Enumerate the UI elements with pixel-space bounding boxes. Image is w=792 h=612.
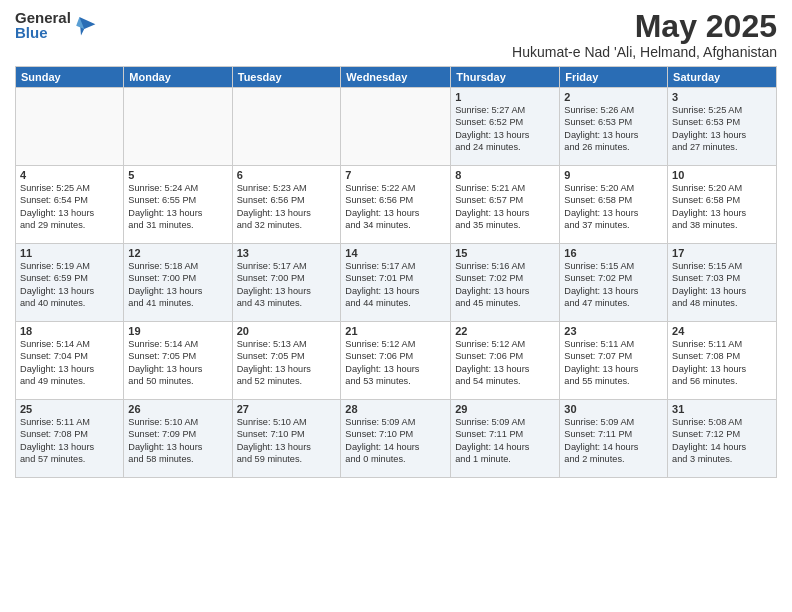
logo-text: General Blue bbox=[15, 10, 97, 40]
table-row: 31Sunrise: 5:08 AM Sunset: 7:12 PM Dayli… bbox=[668, 400, 777, 478]
day-number: 17 bbox=[672, 247, 772, 259]
day-info: Sunrise: 5:08 AM Sunset: 7:12 PM Dayligh… bbox=[672, 416, 772, 466]
table-row: 7Sunrise: 5:22 AM Sunset: 6:56 PM Daylig… bbox=[341, 166, 451, 244]
calendar-header-row: Sunday Monday Tuesday Wednesday Thursday… bbox=[16, 67, 777, 88]
day-info: Sunrise: 5:09 AM Sunset: 7:10 PM Dayligh… bbox=[345, 416, 446, 466]
day-info: Sunrise: 5:15 AM Sunset: 7:02 PM Dayligh… bbox=[564, 260, 663, 310]
table-row: 10Sunrise: 5:20 AM Sunset: 6:58 PM Dayli… bbox=[668, 166, 777, 244]
day-info: Sunrise: 5:26 AM Sunset: 6:53 PM Dayligh… bbox=[564, 104, 663, 154]
table-row: 8Sunrise: 5:21 AM Sunset: 6:57 PM Daylig… bbox=[451, 166, 560, 244]
day-number: 2 bbox=[564, 91, 663, 103]
logo-icon bbox=[73, 13, 97, 37]
table-row bbox=[16, 88, 124, 166]
table-row: 13Sunrise: 5:17 AM Sunset: 7:00 PM Dayli… bbox=[232, 244, 341, 322]
header-sunday: Sunday bbox=[16, 67, 124, 88]
day-number: 4 bbox=[20, 169, 119, 181]
week-row-3: 11Sunrise: 5:19 AM Sunset: 6:59 PM Dayli… bbox=[16, 244, 777, 322]
day-number: 19 bbox=[128, 325, 227, 337]
table-row: 12Sunrise: 5:18 AM Sunset: 7:00 PM Dayli… bbox=[124, 244, 232, 322]
day-number: 27 bbox=[237, 403, 337, 415]
header-monday: Monday bbox=[124, 67, 232, 88]
day-number: 21 bbox=[345, 325, 446, 337]
day-info: Sunrise: 5:12 AM Sunset: 7:06 PM Dayligh… bbox=[455, 338, 555, 388]
table-row: 24Sunrise: 5:11 AM Sunset: 7:08 PM Dayli… bbox=[668, 322, 777, 400]
table-row: 19Sunrise: 5:14 AM Sunset: 7:05 PM Dayli… bbox=[124, 322, 232, 400]
day-info: Sunrise: 5:13 AM Sunset: 7:05 PM Dayligh… bbox=[237, 338, 337, 388]
day-info: Sunrise: 5:17 AM Sunset: 7:00 PM Dayligh… bbox=[237, 260, 337, 310]
day-number: 22 bbox=[455, 325, 555, 337]
day-number: 16 bbox=[564, 247, 663, 259]
month-year-title: May 2025 bbox=[512, 10, 777, 42]
day-number: 15 bbox=[455, 247, 555, 259]
table-row: 5Sunrise: 5:24 AM Sunset: 6:55 PM Daylig… bbox=[124, 166, 232, 244]
day-number: 23 bbox=[564, 325, 663, 337]
logo-blue: Blue bbox=[15, 25, 71, 40]
table-row: 30Sunrise: 5:09 AM Sunset: 7:11 PM Dayli… bbox=[560, 400, 668, 478]
week-row-2: 4Sunrise: 5:25 AM Sunset: 6:54 PM Daylig… bbox=[16, 166, 777, 244]
table-row: 29Sunrise: 5:09 AM Sunset: 7:11 PM Dayli… bbox=[451, 400, 560, 478]
table-row: 25Sunrise: 5:11 AM Sunset: 7:08 PM Dayli… bbox=[16, 400, 124, 478]
title-block: May 2025 Hukumat-e Nad 'Ali, Helmand, Af… bbox=[512, 10, 777, 60]
table-row: 23Sunrise: 5:11 AM Sunset: 7:07 PM Dayli… bbox=[560, 322, 668, 400]
table-row: 3Sunrise: 5:25 AM Sunset: 6:53 PM Daylig… bbox=[668, 88, 777, 166]
header-wednesday: Wednesday bbox=[341, 67, 451, 88]
header: General Blue May 2025 Hukumat-e Nad 'Ali… bbox=[15, 10, 777, 60]
day-info: Sunrise: 5:11 AM Sunset: 7:07 PM Dayligh… bbox=[564, 338, 663, 388]
day-number: 24 bbox=[672, 325, 772, 337]
day-info: Sunrise: 5:27 AM Sunset: 6:52 PM Dayligh… bbox=[455, 104, 555, 154]
location-subtitle: Hukumat-e Nad 'Ali, Helmand, Afghanistan bbox=[512, 44, 777, 60]
table-row: 22Sunrise: 5:12 AM Sunset: 7:06 PM Dayli… bbox=[451, 322, 560, 400]
table-row: 27Sunrise: 5:10 AM Sunset: 7:10 PM Dayli… bbox=[232, 400, 341, 478]
day-info: Sunrise: 5:12 AM Sunset: 7:06 PM Dayligh… bbox=[345, 338, 446, 388]
day-number: 26 bbox=[128, 403, 227, 415]
day-number: 12 bbox=[128, 247, 227, 259]
day-info: Sunrise: 5:14 AM Sunset: 7:04 PM Dayligh… bbox=[20, 338, 119, 388]
day-number: 10 bbox=[672, 169, 772, 181]
day-info: Sunrise: 5:14 AM Sunset: 7:05 PM Dayligh… bbox=[128, 338, 227, 388]
table-row: 21Sunrise: 5:12 AM Sunset: 7:06 PM Dayli… bbox=[341, 322, 451, 400]
week-row-5: 25Sunrise: 5:11 AM Sunset: 7:08 PM Dayli… bbox=[16, 400, 777, 478]
logo-general: General bbox=[15, 10, 71, 25]
day-number: 18 bbox=[20, 325, 119, 337]
header-friday: Friday bbox=[560, 67, 668, 88]
day-info: Sunrise: 5:09 AM Sunset: 7:11 PM Dayligh… bbox=[455, 416, 555, 466]
week-row-1: 1Sunrise: 5:27 AM Sunset: 6:52 PM Daylig… bbox=[16, 88, 777, 166]
day-info: Sunrise: 5:21 AM Sunset: 6:57 PM Dayligh… bbox=[455, 182, 555, 232]
table-row: 4Sunrise: 5:25 AM Sunset: 6:54 PM Daylig… bbox=[16, 166, 124, 244]
table-row: 15Sunrise: 5:16 AM Sunset: 7:02 PM Dayli… bbox=[451, 244, 560, 322]
day-number: 11 bbox=[20, 247, 119, 259]
day-number: 14 bbox=[345, 247, 446, 259]
day-number: 13 bbox=[237, 247, 337, 259]
day-info: Sunrise: 5:20 AM Sunset: 6:58 PM Dayligh… bbox=[564, 182, 663, 232]
table-row: 2Sunrise: 5:26 AM Sunset: 6:53 PM Daylig… bbox=[560, 88, 668, 166]
day-info: Sunrise: 5:24 AM Sunset: 6:55 PM Dayligh… bbox=[128, 182, 227, 232]
header-tuesday: Tuesday bbox=[232, 67, 341, 88]
day-number: 7 bbox=[345, 169, 446, 181]
day-number: 5 bbox=[128, 169, 227, 181]
table-row bbox=[232, 88, 341, 166]
table-row: 17Sunrise: 5:15 AM Sunset: 7:03 PM Dayli… bbox=[668, 244, 777, 322]
table-row: 11Sunrise: 5:19 AM Sunset: 6:59 PM Dayli… bbox=[16, 244, 124, 322]
header-saturday: Saturday bbox=[668, 67, 777, 88]
table-row: 1Sunrise: 5:27 AM Sunset: 6:52 PM Daylig… bbox=[451, 88, 560, 166]
day-info: Sunrise: 5:23 AM Sunset: 6:56 PM Dayligh… bbox=[237, 182, 337, 232]
day-info: Sunrise: 5:10 AM Sunset: 7:09 PM Dayligh… bbox=[128, 416, 227, 466]
logo: General Blue bbox=[15, 10, 97, 40]
day-info: Sunrise: 5:22 AM Sunset: 6:56 PM Dayligh… bbox=[345, 182, 446, 232]
day-number: 30 bbox=[564, 403, 663, 415]
table-row: 9Sunrise: 5:20 AM Sunset: 6:58 PM Daylig… bbox=[560, 166, 668, 244]
table-row: 28Sunrise: 5:09 AM Sunset: 7:10 PM Dayli… bbox=[341, 400, 451, 478]
day-info: Sunrise: 5:25 AM Sunset: 6:53 PM Dayligh… bbox=[672, 104, 772, 154]
table-row: 16Sunrise: 5:15 AM Sunset: 7:02 PM Dayli… bbox=[560, 244, 668, 322]
day-number: 6 bbox=[237, 169, 337, 181]
day-info: Sunrise: 5:18 AM Sunset: 7:00 PM Dayligh… bbox=[128, 260, 227, 310]
day-info: Sunrise: 5:16 AM Sunset: 7:02 PM Dayligh… bbox=[455, 260, 555, 310]
table-row bbox=[124, 88, 232, 166]
table-row: 20Sunrise: 5:13 AM Sunset: 7:05 PM Dayli… bbox=[232, 322, 341, 400]
day-info: Sunrise: 5:09 AM Sunset: 7:11 PM Dayligh… bbox=[564, 416, 663, 466]
table-row: 14Sunrise: 5:17 AM Sunset: 7:01 PM Dayli… bbox=[341, 244, 451, 322]
day-info: Sunrise: 5:10 AM Sunset: 7:10 PM Dayligh… bbox=[237, 416, 337, 466]
week-row-4: 18Sunrise: 5:14 AM Sunset: 7:04 PM Dayli… bbox=[16, 322, 777, 400]
day-number: 8 bbox=[455, 169, 555, 181]
table-row bbox=[341, 88, 451, 166]
